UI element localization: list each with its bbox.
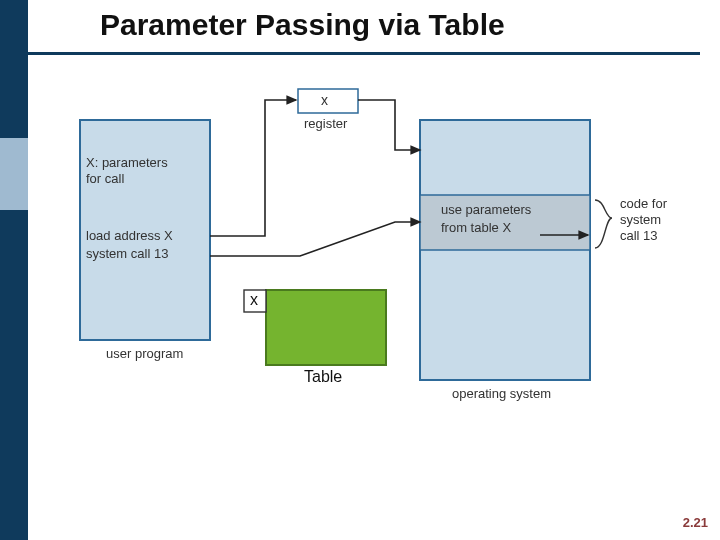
register-value: x [321, 92, 328, 108]
brace-text-2: system [620, 212, 661, 227]
table-caption: Table [304, 368, 342, 386]
page-number: 2.21 [683, 515, 708, 530]
svg-rect-4 [266, 290, 386, 365]
os-line1: use parameters [441, 202, 531, 217]
brace-text-3: call 13 [620, 228, 658, 243]
register-label: register [304, 116, 347, 131]
diagram-canvas [0, 0, 720, 540]
table-x-label: x [250, 291, 258, 309]
user-caption: user program [106, 346, 183, 361]
page-title: Parameter Passing via Table [100, 8, 505, 42]
left-sidebar [0, 0, 28, 540]
title-rule [28, 52, 700, 55]
brace-text-1: code for [620, 196, 667, 211]
user-line1: X: parameters [86, 155, 168, 170]
svg-rect-3 [298, 89, 358, 113]
left-sidebar-accent [0, 138, 28, 210]
os-line2: from table X [441, 220, 511, 235]
os-caption: operating system [452, 386, 551, 401]
svg-rect-1 [420, 120, 590, 380]
user-line2: for call [86, 171, 124, 186]
user-line4: system call 13 [86, 246, 168, 261]
user-line3: load address X [86, 228, 173, 243]
